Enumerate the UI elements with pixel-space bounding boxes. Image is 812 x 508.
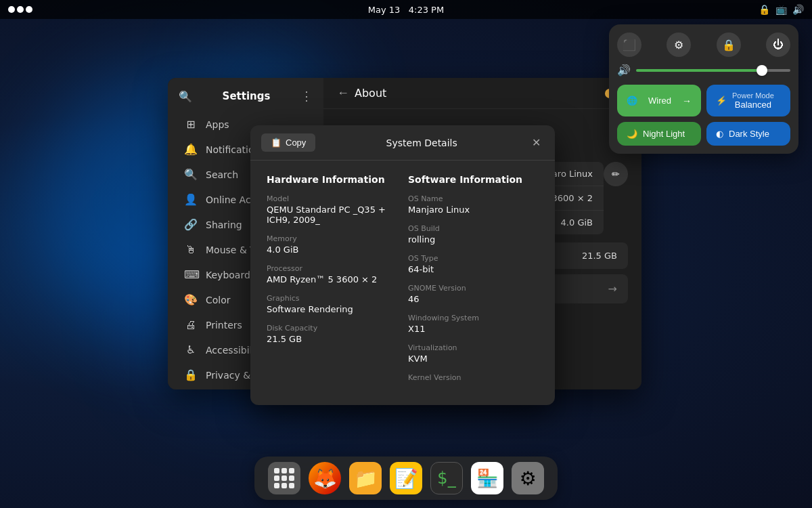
edit-button[interactable]: ✏ xyxy=(604,162,628,186)
dialog-os-name-field: OS Name Manjaro Linux xyxy=(408,194,539,215)
dialog-hardware-col: Hardware Information Model QEMU Standard… xyxy=(261,171,403,394)
dialog-memory-value: 4.0 GiB xyxy=(267,245,397,255)
dialog-close-button[interactable]: ✕ xyxy=(528,135,544,151)
dialog-actions: 📋 Copy xyxy=(261,133,315,152)
files-icon: 📁 xyxy=(354,467,378,490)
dialog-windowing-label: Windowing System xyxy=(408,314,539,322)
topbar-icon-2[interactable]: 📺 xyxy=(775,4,787,15)
dialog-kernel-label: Kernel Version xyxy=(408,373,539,382)
dialog-os-type-field: OS Type 64-bit xyxy=(408,254,539,274)
topbar-date: May 13 xyxy=(368,5,401,15)
dialog-title: System Details xyxy=(386,137,457,148)
hardware-title: Hardware Information xyxy=(267,174,397,185)
topbar-icon-3[interactable]: 🔊 xyxy=(792,4,804,15)
settings-menu-btn[interactable]: ⋮ xyxy=(300,89,313,104)
dialog-graphics-value: Software Rendering xyxy=(267,304,397,314)
qs-settings-btn[interactable]: ⚙ xyxy=(667,33,691,57)
dialog-disk-label: Disk Capacity xyxy=(267,324,397,333)
color-icon: 🎨 xyxy=(184,293,198,306)
dialog-os-name-value: Manjaro Linux xyxy=(408,205,539,215)
topbar-dot-3 xyxy=(26,6,32,13)
dialog-gnome-field: GNOME Version 46 xyxy=(408,284,539,304)
dock-icon-firefox[interactable]: 🦊 xyxy=(309,462,341,494)
dialog-os-name-label: OS Name xyxy=(408,194,539,203)
dialog-graphics-field: Graphics Software Rendering xyxy=(267,294,397,314)
sidebar-item-color-label: Color xyxy=(206,295,231,305)
system-details-dialog: 📋 Copy System Details ✕ Hardware Informa… xyxy=(250,125,555,405)
sharing-icon: 🔗 xyxy=(184,218,198,231)
dock-icon-terminal[interactable]: $_ xyxy=(430,462,463,494)
dialog-os-type-value: 64-bit xyxy=(408,264,539,274)
privacy-icon: 🔒 xyxy=(184,368,198,381)
quick-settings-panel: ⬛ ⚙ 🔒 ⏻ 🔊 🌐 Wired → ⚡ Power Mode Balance… xyxy=(609,24,798,154)
mouse-icon: 🖱 xyxy=(184,243,198,256)
qs-wired-label: Wired xyxy=(648,96,671,106)
dialog-virtualization-field: Virtualization KVM xyxy=(408,343,539,364)
dialog-software-col: Software Information OS Name Manjaro Lin… xyxy=(403,171,544,394)
dialog-header: 📋 Copy System Details ✕ xyxy=(250,125,555,161)
topbar-time: 4:23 PM xyxy=(409,5,444,15)
back-button[interactable]: ← xyxy=(337,86,349,100)
sidebar-item-keyboard-label: Keyboard xyxy=(206,270,250,280)
copy-icon: 📋 xyxy=(271,137,281,148)
dialog-processor-field: Processor AMD Ryzen™ 5 3600 × 2 xyxy=(267,264,397,284)
dialog-model-field: Model QEMU Standard PC _Q35 + ICH9, 2009… xyxy=(267,194,397,225)
online-accounts-icon: 👤 xyxy=(184,193,198,206)
printers-icon: 🖨 xyxy=(184,318,198,331)
qs-volume-slider[interactable] xyxy=(636,69,790,72)
dialog-model-value: QEMU Standard PC _Q35 + ICH9, 2009_ xyxy=(267,205,397,225)
sidebar-item-search-label: Search xyxy=(206,169,238,180)
dialog-copy-button[interactable]: 📋 Copy xyxy=(261,133,315,152)
topbar-icons: 🔒 📺 🔊 xyxy=(759,4,804,15)
sidebar-item-printers-label: Printers xyxy=(206,320,242,331)
dock-icon-app-store[interactable]: 🏪 xyxy=(471,462,503,494)
qs-screenshot-btn[interactable]: ⬛ xyxy=(617,33,641,57)
dialog-gnome-label: GNOME Version xyxy=(408,284,539,293)
qs-lock-btn[interactable]: 🔒 xyxy=(717,33,741,57)
settings-main-header: ← About xyxy=(323,78,641,109)
qs-power-btn[interactable]: ⏻ xyxy=(766,33,790,57)
qs-buttons-grid: 🌐 Wired → ⚡ Power Mode Balanced 🌙 Night … xyxy=(617,85,790,146)
firefox-icon: 🦊 xyxy=(313,467,337,490)
dock-icon-settings[interactable]: ⚙ xyxy=(512,462,544,494)
dialog-virtualization-value: KVM xyxy=(408,354,539,364)
settings-main-title: About xyxy=(355,87,386,100)
topbar-datetime[interactable]: May 13 4:23 PM xyxy=(368,5,444,15)
dialog-os-build-label: OS Build xyxy=(408,224,539,233)
dialog-gnome-value: 46 xyxy=(408,294,539,304)
terminal-icon: $_ xyxy=(437,469,455,488)
dialog-memory-label: Memory xyxy=(267,234,397,243)
settings-dock-icon: ⚙ xyxy=(519,467,536,490)
sidebar-item-apps-label: Apps xyxy=(206,119,229,130)
disk-capacity-value: 21.5 GB xyxy=(582,251,617,261)
dock-icon-files[interactable]: 📁 xyxy=(349,462,382,494)
qs-night-light-btn[interactable]: 🌙 Night Light xyxy=(617,122,701,146)
qs-night-light-icon: 🌙 xyxy=(627,129,637,139)
text-editor-icon: 📝 xyxy=(394,467,418,490)
qs-dark-style-label: Dark Style xyxy=(729,129,769,139)
dialog-processor-label: Processor xyxy=(267,264,397,273)
dialog-windowing-field: Windowing System X11 xyxy=(408,314,539,334)
volume-icon: 🔊 xyxy=(617,64,631,77)
dialog-virtualization-label: Virtualization xyxy=(408,343,539,352)
settings-main-nav: ← About xyxy=(337,86,386,100)
qs-power-mode-btn[interactable]: ⚡ Power Mode Balanced xyxy=(706,85,790,117)
qs-dark-style-btn[interactable]: ◐ Dark Style xyxy=(706,122,790,146)
topbar-icon-1[interactable]: 🔒 xyxy=(759,4,770,15)
topbar-dot-1 xyxy=(8,6,15,13)
dock-icon-text-editor[interactable]: 📝 xyxy=(390,462,422,494)
dialog-model-label: Model xyxy=(267,194,397,203)
dock-icon-apps[interactable] xyxy=(268,462,300,494)
grid-icon xyxy=(274,468,294,488)
topbar: May 13 4:23 PM 🔒 📺 🔊 xyxy=(0,0,812,19)
dialog-disk-field: Disk Capacity 21.5 GB xyxy=(267,324,397,344)
topbar-right: 🔒 📺 🔊 xyxy=(759,4,804,15)
search-icon-sidebar[interactable]: 🔍 xyxy=(179,90,192,103)
qs-power-mode-value: Balanced xyxy=(732,100,774,110)
dialog-os-build-field: OS Build rolling xyxy=(408,224,539,245)
qs-dark-icon: ◐ xyxy=(716,129,723,139)
software-title: Software Information xyxy=(408,174,539,185)
qs-wired-btn[interactable]: 🌐 Wired → xyxy=(617,85,701,117)
qs-power-icon: ⚡ xyxy=(716,96,727,106)
dialog-os-build-value: rolling xyxy=(408,234,539,245)
